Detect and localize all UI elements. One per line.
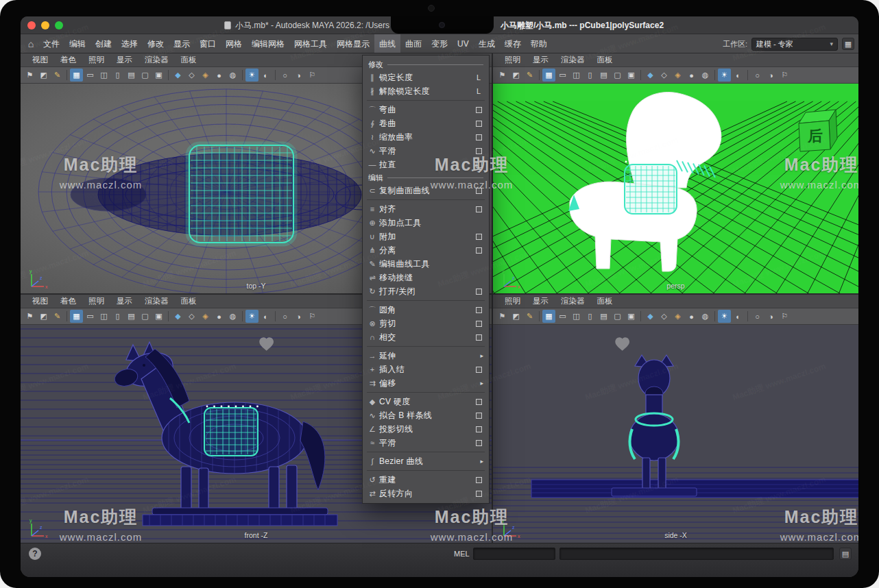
menu-item-intersect[interactable]: ∩相交	[363, 330, 489, 344]
selection-mask-icon[interactable]: ◩	[509, 69, 522, 82]
safe-action-icon[interactable]: ▢	[611, 69, 624, 82]
panel-menu-显示[interactable]: 显示	[527, 296, 555, 306]
textured-mode-icon[interactable]: ◈	[671, 69, 684, 82]
film-gate-icon[interactable]: ▭	[84, 310, 97, 323]
menu-编辑[interactable]: 编辑	[64, 34, 91, 53]
safe-title-icon[interactable]: ▣	[152, 69, 165, 82]
shaded-mode-icon[interactable]: ◆	[644, 310, 657, 323]
selection-mask-icon[interactable]: ◩	[37, 310, 50, 323]
layout-icon[interactable]: ▦	[842, 38, 854, 50]
menu-item-bezier-curves[interactable]: ∫Bezier 曲线▸	[363, 454, 489, 468]
menu-缓存[interactable]: 缓存	[500, 34, 526, 53]
close-button[interactable]	[27, 21, 36, 29]
mel-command-input[interactable]	[473, 548, 555, 560]
menu-item-add-points-tool[interactable]: ⊕添加点工具	[363, 216, 489, 230]
menu-item-curl[interactable]: ∮卷曲	[363, 117, 489, 130]
lighting-icon[interactable]: ☀	[718, 69, 731, 82]
gate-mask-icon[interactable]: ▯	[583, 310, 597, 323]
textured-mode-icon[interactable]: ◈	[199, 310, 212, 323]
menu-网格[interactable]: 网格	[221, 34, 247, 53]
viewport-canvas-side[interactable]: side -X yxz	[493, 325, 858, 543]
menu-变形[interactable]: 变形	[426, 34, 453, 53]
select-highlight-icon[interactable]: ⚑	[496, 69, 509, 82]
menu-生成[interactable]: 生成	[474, 34, 500, 53]
xray-icon[interactable]: ◑	[764, 69, 778, 82]
command-result-field[interactable]	[559, 548, 834, 560]
film-gate-icon[interactable]: ▭	[556, 310, 569, 323]
workspace-select[interactable]: 建模 - 专家 ▾	[751, 38, 838, 51]
selection-mask-icon[interactable]: ◩	[37, 69, 50, 82]
menu-帮助[interactable]: 帮助	[526, 34, 552, 53]
safe-action-icon[interactable]: ▢	[139, 69, 152, 82]
mel-toggle[interactable]: MEL	[454, 550, 470, 558]
wireframe-mode-icon[interactable]: ◇	[185, 69, 198, 82]
option-box[interactable]	[476, 477, 482, 483]
panel-menu-面板[interactable]: 面板	[591, 296, 619, 306]
menu-item-offset[interactable]: ⇉偏移▸	[363, 376, 489, 390]
panel-menu-渲染器[interactable]: 渲染器	[139, 296, 175, 306]
home-icon[interactable]: ⌂	[23, 38, 38, 49]
menu-item-smooth-2[interactable]: ≈平滑	[363, 436, 489, 450]
default-material-icon[interactable]: ●	[213, 69, 226, 82]
option-box[interactable]	[476, 148, 482, 154]
menu-item-open-close[interactable]: ↻打开/关闭	[363, 284, 489, 298]
wireframe-mode-icon[interactable]: ◇	[658, 69, 671, 82]
resolution-gate-icon[interactable]: ◫	[97, 310, 110, 323]
menu-曲线[interactable]: 曲线	[374, 34, 400, 53]
shadows-icon[interactable]: ◐	[259, 69, 272, 82]
panel-menu-视图[interactable]: 视图	[26, 55, 54, 65]
menu-显示[interactable]: 显示	[169, 34, 195, 53]
lighting-icon[interactable]: ☀	[718, 310, 731, 323]
menu-文件[interactable]: 文件	[38, 34, 64, 53]
option-box[interactable]	[476, 247, 482, 254]
safe-title-icon[interactable]: ▣	[625, 310, 638, 323]
default-material-icon[interactable]: ●	[213, 310, 226, 323]
shadows-icon[interactable]: ◐	[259, 310, 272, 323]
help-button[interactable]: ?	[29, 548, 41, 560]
panel-menu-着色[interactable]: 着色	[54, 55, 82, 65]
option-box[interactable]	[476, 426, 482, 432]
select-highlight-icon[interactable]: ⚑	[496, 310, 509, 323]
lighting-icon[interactable]: ☀	[245, 69, 258, 82]
isolate-select-icon[interactable]: ○	[278, 69, 291, 82]
menu-item-cv-hardness[interactable]: ◆CV 硬度	[363, 395, 489, 408]
camera-bookmark-icon[interactable]: ⚐	[778, 69, 791, 82]
checker-material-icon[interactable]: ◍	[226, 69, 239, 82]
checker-material-icon[interactable]: ◍	[699, 69, 712, 82]
panel-menu-视图[interactable]: 视图	[26, 296, 54, 306]
safe-action-icon[interactable]: ▢	[611, 310, 624, 323]
select-highlight-icon[interactable]: ⚑	[23, 310, 36, 323]
field-chart-icon[interactable]: ▤	[597, 69, 610, 82]
menu-item-rebuild[interactable]: ↺重建	[363, 473, 489, 487]
menu-网格工具[interactable]: 网格工具	[289, 34, 332, 53]
panel-menu-照明[interactable]: 照明	[82, 55, 110, 65]
menu-创建[interactable]: 创建	[91, 34, 117, 53]
grid-icon[interactable]: ▦	[70, 69, 83, 82]
wireframe-mode-icon[interactable]: ◇	[658, 310, 671, 323]
default-material-icon[interactable]: ●	[685, 69, 698, 82]
isolate-select-icon[interactable]: ○	[751, 310, 764, 323]
menu-UV[interactable]: UV	[453, 34, 474, 53]
option-box[interactable]	[476, 121, 482, 127]
xray-icon[interactable]: ◑	[292, 310, 305, 323]
resolution-gate-icon[interactable]: ◫	[97, 69, 110, 82]
panel-menu-面板[interactable]: 面板	[175, 296, 203, 306]
shadows-icon[interactable]: ◐	[732, 310, 745, 323]
panel-menu-渲染器[interactable]: 渲染器	[555, 55, 591, 65]
grease-pencil-icon[interactable]: ✎	[51, 69, 64, 82]
isolate-select-icon[interactable]: ○	[278, 310, 291, 323]
grid-icon[interactable]: ▦	[70, 310, 83, 323]
panel-menu-显示[interactable]: 显示	[110, 296, 139, 306]
menu-网格显示[interactable]: 网格显示	[332, 34, 374, 53]
script-editor-icon[interactable]: ▤	[839, 548, 852, 560]
gate-mask-icon[interactable]: ▯	[583, 69, 597, 82]
field-chart-icon[interactable]: ▤	[597, 310, 610, 323]
safe-title-icon[interactable]: ▣	[625, 69, 638, 82]
panel-menu-渲染器[interactable]: 渲染器	[555, 296, 591, 306]
panel-menu-照明[interactable]: 照明	[498, 55, 527, 65]
grease-pencil-icon[interactable]: ✎	[523, 310, 536, 323]
shadows-icon[interactable]: ◐	[732, 69, 745, 82]
option-box[interactable]	[476, 206, 482, 212]
option-box[interactable]	[476, 188, 482, 194]
menu-item-scale-curvature[interactable]: ≀缩放曲率	[363, 130, 489, 144]
